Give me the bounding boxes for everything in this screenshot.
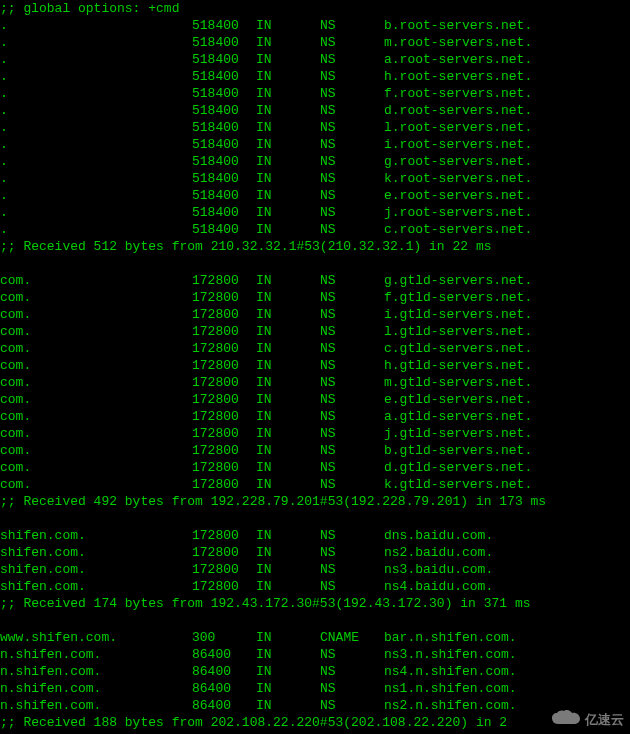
record-ttl: 172800 <box>192 323 256 340</box>
dns-record-row: com.172800INNSb.gtld-servers.net. <box>0 442 630 459</box>
record-data: e.gtld-servers.net. <box>384 391 630 408</box>
record-data: c.gtld-servers.net. <box>384 340 630 357</box>
dns-record-row: shifen.com.172800INNSns4.baidu.com. <box>0 578 630 595</box>
dns-record-row: .518400INNSl.root-servers.net. <box>0 119 630 136</box>
dns-record-row: .518400INNSb.root-servers.net. <box>0 17 630 34</box>
record-class: IN <box>256 85 320 102</box>
record-data: f.gtld-servers.net. <box>384 289 630 306</box>
blank-line <box>0 612 630 629</box>
record-ttl: 86400 <box>192 663 256 680</box>
record-name: . <box>0 34 192 51</box>
record-class: IN <box>256 34 320 51</box>
record-ttl: 172800 <box>192 442 256 459</box>
record-class: IN <box>256 459 320 476</box>
record-class: IN <box>256 136 320 153</box>
record-name: shifen.com. <box>0 544 192 561</box>
record-ttl: 518400 <box>192 153 256 170</box>
record-type: NS <box>320 442 384 459</box>
record-type: NS <box>320 578 384 595</box>
record-type: NS <box>320 646 384 663</box>
record-name: com. <box>0 442 192 459</box>
dns-record-row: .518400INNSc.root-servers.net. <box>0 221 630 238</box>
record-type: NS <box>320 68 384 85</box>
cloud-icon <box>551 710 581 728</box>
record-data: bar.n.shifen.com. <box>384 629 630 646</box>
record-type: NS <box>320 85 384 102</box>
record-data: e.root-servers.net. <box>384 187 630 204</box>
record-class: IN <box>256 187 320 204</box>
record-data: h.root-servers.net. <box>384 68 630 85</box>
record-ttl: 172800 <box>192 289 256 306</box>
record-type: NS <box>320 289 384 306</box>
record-data: g.root-servers.net. <box>384 153 630 170</box>
dns-record-row: .518400INNSk.root-servers.net. <box>0 170 630 187</box>
record-name: com. <box>0 340 192 357</box>
record-name: n.shifen.com. <box>0 697 192 714</box>
record-class: IN <box>256 697 320 714</box>
record-name: n.shifen.com. <box>0 663 192 680</box>
record-data: b.root-servers.net. <box>384 17 630 34</box>
record-data: ns3.n.shifen.com. <box>384 646 630 663</box>
record-name: com. <box>0 272 192 289</box>
record-name: com. <box>0 289 192 306</box>
record-type: NS <box>320 153 384 170</box>
record-ttl: 172800 <box>192 544 256 561</box>
record-type: NS <box>320 544 384 561</box>
record-type: NS <box>320 51 384 68</box>
record-data: k.root-servers.net. <box>384 170 630 187</box>
record-class: IN <box>256 408 320 425</box>
record-type: NS <box>320 102 384 119</box>
record-data: f.root-servers.net. <box>384 85 630 102</box>
record-class: IN <box>256 629 320 646</box>
record-ttl: 172800 <box>192 578 256 595</box>
record-ttl: 518400 <box>192 51 256 68</box>
record-name: . <box>0 85 192 102</box>
record-type: NS <box>320 306 384 323</box>
record-class: IN <box>256 17 320 34</box>
record-name: . <box>0 102 192 119</box>
dns-record-row: com.172800INNSl.gtld-servers.net. <box>0 323 630 340</box>
record-type: CNAME <box>320 629 384 646</box>
record-data: d.gtld-servers.net. <box>384 459 630 476</box>
record-class: IN <box>256 68 320 85</box>
record-ttl: 172800 <box>192 459 256 476</box>
blank-line <box>0 510 630 527</box>
record-name: com. <box>0 391 192 408</box>
record-name: com. <box>0 408 192 425</box>
record-type: NS <box>320 323 384 340</box>
record-type: NS <box>320 527 384 544</box>
record-data: ns1.n.shifen.com. <box>384 680 630 697</box>
dns-record-row: shifen.com.172800INNSns3.baidu.com. <box>0 561 630 578</box>
record-class: IN <box>256 204 320 221</box>
record-type: NS <box>320 136 384 153</box>
terminal-output: ;; global options: +cmd.518400INNSb.root… <box>0 0 630 731</box>
record-class: IN <box>256 476 320 493</box>
record-ttl: 172800 <box>192 425 256 442</box>
record-name: com. <box>0 323 192 340</box>
record-data: m.gtld-servers.net. <box>384 374 630 391</box>
record-class: IN <box>256 561 320 578</box>
dns-record-row: n.shifen.com.86400INNSns4.n.shifen.com. <box>0 663 630 680</box>
received-line: ;; Received 188 bytes from 202.108.22.22… <box>0 714 630 731</box>
received-line: ;; Received 174 bytes from 192.43.172.30… <box>0 595 630 612</box>
record-class: IN <box>256 170 320 187</box>
record-data: a.gtld-servers.net. <box>384 408 630 425</box>
record-name: com. <box>0 425 192 442</box>
record-name: . <box>0 221 192 238</box>
record-ttl: 518400 <box>192 221 256 238</box>
record-type: NS <box>320 680 384 697</box>
dns-record-row: n.shifen.com.86400INNSns3.n.shifen.com. <box>0 646 630 663</box>
record-class: IN <box>256 425 320 442</box>
dns-record-row: com.172800INNSh.gtld-servers.net. <box>0 357 630 374</box>
record-name: . <box>0 204 192 221</box>
dig-header: ;; global options: +cmd <box>0 0 630 17</box>
record-class: IN <box>256 663 320 680</box>
record-class: IN <box>256 289 320 306</box>
record-data: ns4.baidu.com. <box>384 578 630 595</box>
record-name: . <box>0 17 192 34</box>
dns-record-row: .518400INNSd.root-servers.net. <box>0 102 630 119</box>
record-class: IN <box>256 391 320 408</box>
dns-record-row: com.172800INNSk.gtld-servers.net. <box>0 476 630 493</box>
record-type: NS <box>320 340 384 357</box>
record-ttl: 172800 <box>192 340 256 357</box>
